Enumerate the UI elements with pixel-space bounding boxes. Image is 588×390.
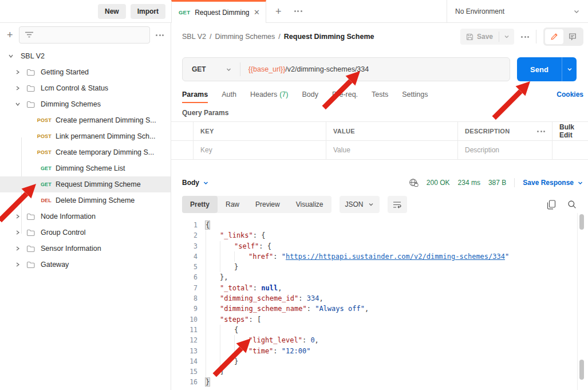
key-input[interactable] bbox=[200, 146, 319, 154]
sidebar-item-dimming-scheme-list[interactable]: GET Dimming Scheme List bbox=[0, 160, 171, 176]
sidebar-item-getting-started[interactable]: Getting Started bbox=[0, 64, 171, 80]
sidebar-item-dimming-schemes[interactable]: Dimming Schemes bbox=[0, 96, 171, 112]
new-tab-icon[interactable]: + bbox=[275, 6, 282, 17]
bulk-edit-button[interactable]: Bulk Edit bbox=[559, 123, 581, 139]
tab-options-icon[interactable] bbox=[294, 10, 302, 12]
edit-pencil-icon[interactable] bbox=[545, 29, 563, 44]
tab-tests[interactable]: Tests bbox=[372, 86, 388, 103]
folder-label: Getting Started bbox=[41, 68, 89, 76]
comments-icon[interactable] bbox=[563, 29, 582, 44]
close-tab-icon[interactable]: ✕ bbox=[254, 9, 260, 16]
sidebar-item-delete-dimming-scheme[interactable]: DEL Delete Dimming Scheme bbox=[0, 192, 171, 208]
method-get-label: GET bbox=[34, 182, 52, 187]
row-select-cell bbox=[171, 141, 193, 159]
collection-tree: SBL V2 Getting Started Lcm Control & Sta… bbox=[0, 48, 171, 273]
sidebar-item-sensor-information[interactable]: Sensor Information bbox=[0, 241, 171, 257]
tab-method-label: GET bbox=[179, 9, 190, 15]
method-selector[interactable]: GET bbox=[183, 65, 240, 73]
response-actions bbox=[547, 200, 583, 210]
scrollbar-thumb[interactable] bbox=[579, 214, 584, 230]
sidebar-item-create-permanent[interactable]: POST Create permanent Dimming S... bbox=[0, 112, 171, 128]
sidebar-item-request-dimming-scheme[interactable]: GET Request Dimming Scheme bbox=[0, 176, 171, 192]
chevron-down-icon bbox=[8, 53, 14, 59]
save-response-button[interactable]: Save Response bbox=[523, 179, 583, 187]
cookies-link[interactable]: Cookies bbox=[557, 90, 583, 99]
format-label: JSON bbox=[345, 200, 364, 208]
search-icon[interactable] bbox=[567, 200, 577, 209]
chevron-down-icon bbox=[15, 101, 21, 107]
folder-label: Node Information bbox=[41, 212, 96, 220]
view-pretty[interactable]: Pretty bbox=[182, 196, 218, 213]
view-preview[interactable]: Preview bbox=[247, 196, 288, 213]
view-visualize[interactable]: Visualize bbox=[288, 196, 332, 213]
network-globe-lock-icon bbox=[409, 178, 419, 187]
wrap-text-icon[interactable] bbox=[388, 196, 407, 213]
send-label: Send bbox=[517, 57, 562, 81]
status-badge[interactable]: 200 OK bbox=[427, 179, 450, 187]
environment-selector[interactable]: No Environment bbox=[447, 0, 588, 23]
folder-label: Dimming Schemes bbox=[41, 100, 101, 108]
sidebar-item-lcm-control[interactable]: Lcm Control & Status bbox=[0, 80, 171, 96]
sidebar-item-gateway[interactable]: Gateway bbox=[0, 257, 171, 273]
code-line: 13"time": "12:00" bbox=[171, 346, 588, 356]
breadcrumb-separator: / bbox=[278, 33, 280, 41]
sidebar-item-create-temporary[interactable]: POST Create temporary Dimming S... bbox=[0, 144, 171, 160]
line-number: 10 bbox=[171, 314, 198, 325]
sidebar-search[interactable] bbox=[19, 26, 150, 44]
breadcrumb-folder[interactable]: Dimming Schemes bbox=[215, 33, 275, 41]
tab-settings[interactable]: Settings bbox=[402, 86, 428, 103]
params-more-icon[interactable] bbox=[537, 131, 545, 132]
code-line: 5} bbox=[171, 262, 588, 272]
send-button[interactable]: Send bbox=[517, 57, 577, 81]
method-value: GET bbox=[192, 65, 206, 73]
request-tabs: Params Auth Headers(7) Body Pre-req. Tes… bbox=[171, 86, 588, 103]
tab-label: Body bbox=[302, 90, 318, 99]
view-raw[interactable]: Raw bbox=[218, 196, 247, 213]
import-button[interactable]: Import bbox=[131, 4, 165, 19]
column-header-key: KEY bbox=[193, 122, 326, 140]
filter-icon bbox=[25, 31, 33, 38]
line-number: 9 bbox=[171, 304, 198, 314]
tab-pre-request[interactable]: Pre-req. bbox=[332, 86, 358, 103]
breadcrumb-root[interactable]: SBL V2 bbox=[182, 33, 206, 41]
save-options-chevron-icon[interactable] bbox=[499, 30, 514, 44]
response-size[interactable]: 387 B bbox=[488, 179, 506, 187]
tab-headers[interactable]: Headers(7) bbox=[250, 86, 289, 103]
tab-label: Params bbox=[182, 90, 208, 99]
sidebar-item-node-information[interactable]: Node Information bbox=[0, 208, 171, 224]
scrollbar-thumb[interactable] bbox=[579, 360, 584, 380]
code-line: 7"_total": null, bbox=[171, 283, 588, 293]
column-header-description: DESCRIPTION bbox=[457, 122, 552, 140]
folder-icon bbox=[26, 213, 35, 220]
response-toolbar: Pretty Raw Preview Visualize JSON bbox=[171, 195, 588, 214]
sidebar-item-group-control[interactable]: Group Control bbox=[0, 224, 171, 241]
url-input[interactable]: {{base_url}}/v2/dimming-schemes/334 bbox=[240, 65, 369, 73]
tab-body[interactable]: Body bbox=[302, 86, 318, 103]
sidebar-more-icon[interactable] bbox=[156, 34, 164, 36]
code-line: 9"dimming_scheme_name": "Always off", bbox=[171, 304, 588, 314]
tab-params[interactable]: Params bbox=[182, 86, 208, 103]
description-input[interactable] bbox=[465, 146, 545, 154]
folder-icon bbox=[26, 85, 35, 92]
environment-label: No Environment bbox=[455, 7, 573, 15]
method-post-label: POST bbox=[34, 149, 52, 155]
folder-icon bbox=[26, 245, 35, 253]
chevron-right-icon bbox=[15, 262, 21, 267]
sidebar-item-link-permanent[interactable]: POST Link permanent Dimming Sch... bbox=[0, 128, 171, 144]
add-collection-icon[interactable]: + bbox=[7, 30, 13, 40]
response-time[interactable]: 234 ms bbox=[458, 179, 480, 187]
sidebar-search-input[interactable] bbox=[38, 31, 144, 39]
response-body-dropdown[interactable]: Body bbox=[182, 179, 209, 187]
request-tab[interactable]: GET Request Dimming ... ✕ bbox=[171, 0, 266, 23]
tab-auth[interactable]: Auth bbox=[222, 86, 236, 103]
send-options-chevron-icon[interactable] bbox=[562, 57, 577, 81]
new-button[interactable]: New bbox=[98, 4, 126, 19]
value-input[interactable] bbox=[333, 146, 451, 154]
copy-icon[interactable] bbox=[547, 200, 556, 210]
request-more-icon[interactable] bbox=[521, 36, 529, 38]
format-dropdown[interactable]: JSON bbox=[340, 196, 380, 213]
sidebar-item-sbl-v2[interactable]: SBL V2 bbox=[0, 48, 171, 64]
line-number: 4 bbox=[171, 251, 198, 262]
line-number: 6 bbox=[171, 272, 198, 282]
save-button[interactable]: Save bbox=[460, 29, 514, 45]
